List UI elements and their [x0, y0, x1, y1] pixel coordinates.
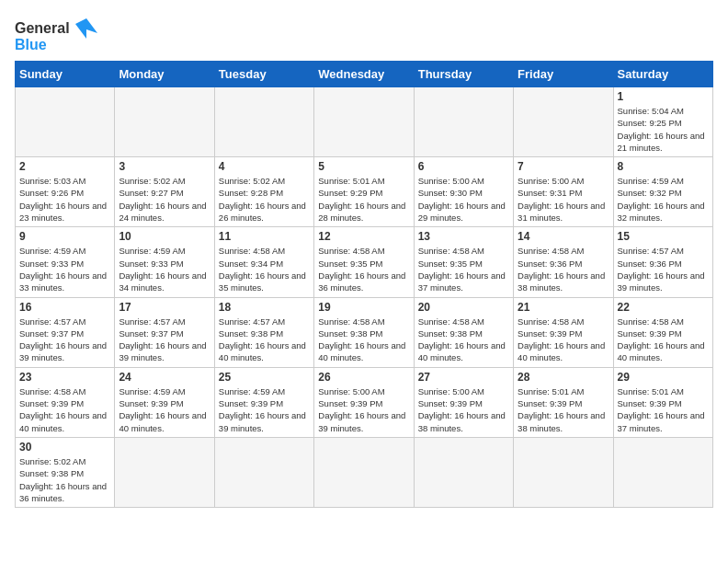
- day-info: Sunrise: 5:00 AMSunset: 9:39 PMDaylight:…: [318, 385, 409, 434]
- calendar-empty-cell: [613, 437, 712, 507]
- svg-marker-2: [75, 18, 97, 39]
- calendar-day-21: 21Sunrise: 4:58 AMSunset: 9:39 PMDayligh…: [514, 297, 613, 367]
- day-info: Sunrise: 5:01 AMSunset: 9:39 PMDaylight:…: [518, 385, 609, 434]
- day-info: Sunrise: 5:02 AMSunset: 9:38 PMDaylight:…: [19, 455, 110, 504]
- calendar-day-2: 2Sunrise: 5:03 AMSunset: 9:26 PMDaylight…: [16, 157, 115, 227]
- calendar-day-3: 3Sunrise: 5:02 AMSunset: 9:27 PMDaylight…: [115, 157, 214, 227]
- calendar-empty-cell: [414, 87, 513, 157]
- day-number: 21: [518, 301, 609, 314]
- calendar-day-27: 27Sunrise: 5:00 AMSunset: 9:39 PMDayligh…: [414, 367, 513, 437]
- day-number: 10: [119, 230, 210, 243]
- day-info: Sunrise: 4:58 AMSunset: 9:39 PMDaylight:…: [618, 316, 709, 364]
- generalblue-logo-icon: General Blue: [15, 15, 97, 53]
- calendar-day-6: 6Sunrise: 5:00 AMSunset: 9:30 PMDaylight…: [414, 157, 513, 227]
- calendar-day-22: 22Sunrise: 4:58 AMSunset: 9:39 PMDayligh…: [613, 297, 712, 367]
- calendar-day-25: 25Sunrise: 4:59 AMSunset: 9:39 PMDayligh…: [214, 367, 313, 437]
- calendar-day-7: 7Sunrise: 5:00 AMSunset: 9:31 PMDaylight…: [514, 157, 613, 227]
- calendar-empty-cell: [314, 87, 414, 157]
- day-number: 17: [119, 301, 210, 314]
- calendar-week-row: 23Sunrise: 4:58 AMSunset: 9:39 PMDayligh…: [16, 367, 713, 437]
- calendar-day-30: 30Sunrise: 5:02 AMSunset: 9:38 PMDayligh…: [16, 437, 115, 507]
- day-info: Sunrise: 4:59 AMSunset: 9:33 PMDaylight:…: [19, 245, 110, 293]
- day-info: Sunrise: 4:58 AMSunset: 9:39 PMDaylight:…: [19, 385, 110, 434]
- day-of-week-friday: Friday: [514, 62, 613, 87]
- calendar-empty-cell: [514, 437, 613, 507]
- calendar-week-row: 2Sunrise: 5:03 AMSunset: 9:26 PMDaylight…: [16, 157, 713, 227]
- calendar-day-9: 9Sunrise: 4:59 AMSunset: 9:33 PMDaylight…: [16, 227, 115, 297]
- day-number: 6: [418, 160, 509, 173]
- day-info: Sunrise: 5:04 AMSunset: 9:25 PMDaylight:…: [618, 105, 709, 154]
- day-info: Sunrise: 5:02 AMSunset: 9:27 PMDaylight:…: [119, 175, 210, 224]
- day-info: Sunrise: 4:58 AMSunset: 9:38 PMDaylight:…: [318, 316, 409, 364]
- calendar-day-13: 13Sunrise: 4:58 AMSunset: 9:35 PMDayligh…: [414, 227, 513, 297]
- day-info: Sunrise: 5:01 AMSunset: 9:39 PMDaylight:…: [618, 385, 709, 434]
- calendar-week-row: 16Sunrise: 4:57 AMSunset: 9:37 PMDayligh…: [16, 297, 713, 367]
- day-number: 2: [19, 160, 110, 173]
- calendar-day-24: 24Sunrise: 4:59 AMSunset: 9:39 PMDayligh…: [115, 367, 214, 437]
- day-of-week-wednesday: Wednesday: [314, 62, 414, 87]
- calendar-day-4: 4Sunrise: 5:02 AMSunset: 9:28 PMDaylight…: [214, 157, 313, 227]
- day-info: Sunrise: 5:03 AMSunset: 9:26 PMDaylight:…: [19, 175, 110, 224]
- day-number: 28: [518, 371, 609, 384]
- day-number: 9: [19, 230, 110, 243]
- calendar-week-row: 30Sunrise: 5:02 AMSunset: 9:38 PMDayligh…: [16, 437, 713, 507]
- day-number: 7: [518, 160, 609, 173]
- day-info: Sunrise: 4:58 AMSunset: 9:34 PMDaylight:…: [219, 245, 310, 293]
- calendar-header-row: SundayMondayTuesdayWednesdayThursdayFrid…: [16, 62, 713, 87]
- day-info: Sunrise: 4:57 AMSunset: 9:37 PMDaylight:…: [119, 316, 210, 364]
- calendar-day-17: 17Sunrise: 4:57 AMSunset: 9:37 PMDayligh…: [115, 297, 214, 367]
- day-of-week-tuesday: Tuesday: [214, 62, 313, 87]
- calendar-table: SundayMondayTuesdayWednesdayThursdayFrid…: [15, 61, 713, 508]
- day-number: 1: [618, 90, 709, 103]
- day-info: Sunrise: 4:59 AMSunset: 9:39 PMDaylight:…: [219, 385, 310, 434]
- logo: General Blue: [15, 15, 97, 53]
- calendar-week-row: 9Sunrise: 4:59 AMSunset: 9:33 PMDaylight…: [16, 227, 713, 297]
- day-info: Sunrise: 5:00 AMSunset: 9:39 PMDaylight:…: [418, 385, 509, 434]
- day-number: 27: [418, 371, 509, 384]
- day-number: 26: [318, 371, 409, 384]
- calendar-day-15: 15Sunrise: 4:57 AMSunset: 9:36 PMDayligh…: [613, 227, 712, 297]
- day-info: Sunrise: 4:59 AMSunset: 9:33 PMDaylight:…: [119, 245, 210, 293]
- day-info: Sunrise: 4:59 AMSunset: 9:32 PMDaylight:…: [618, 175, 709, 224]
- day-info: Sunrise: 4:58 AMSunset: 9:35 PMDaylight:…: [418, 245, 509, 293]
- day-info: Sunrise: 4:57 AMSunset: 9:38 PMDaylight:…: [219, 316, 310, 364]
- calendar-empty-cell: [514, 87, 613, 157]
- calendar-day-29: 29Sunrise: 5:01 AMSunset: 9:39 PMDayligh…: [613, 367, 712, 437]
- day-of-week-thursday: Thursday: [414, 62, 513, 87]
- calendar-day-10: 10Sunrise: 4:59 AMSunset: 9:33 PMDayligh…: [115, 227, 214, 297]
- calendar-day-16: 16Sunrise: 4:57 AMSunset: 9:37 PMDayligh…: [16, 297, 115, 367]
- day-info: Sunrise: 5:00 AMSunset: 9:31 PMDaylight:…: [518, 175, 609, 224]
- day-number: 29: [618, 371, 709, 384]
- day-number: 5: [318, 160, 409, 173]
- calendar-day-23: 23Sunrise: 4:58 AMSunset: 9:39 PMDayligh…: [16, 367, 115, 437]
- calendar-day-11: 11Sunrise: 4:58 AMSunset: 9:34 PMDayligh…: [214, 227, 313, 297]
- svg-text:Blue: Blue: [15, 37, 47, 52]
- calendar-empty-cell: [314, 437, 414, 507]
- day-number: 23: [19, 371, 110, 384]
- calendar-day-20: 20Sunrise: 4:58 AMSunset: 9:38 PMDayligh…: [414, 297, 513, 367]
- day-number: 3: [119, 160, 210, 173]
- day-of-week-sunday: Sunday: [16, 62, 115, 87]
- calendar-day-8: 8Sunrise: 4:59 AMSunset: 9:32 PMDaylight…: [613, 157, 712, 227]
- day-number: 15: [618, 230, 709, 243]
- day-number: 20: [418, 301, 509, 314]
- day-number: 13: [418, 230, 509, 243]
- header: General Blue: [15, 15, 713, 53]
- calendar-empty-cell: [414, 437, 513, 507]
- calendar-day-14: 14Sunrise: 4:58 AMSunset: 9:36 PMDayligh…: [514, 227, 613, 297]
- calendar-empty-cell: [115, 87, 214, 157]
- day-number: 18: [219, 301, 310, 314]
- day-number: 12: [318, 230, 409, 243]
- calendar-day-12: 12Sunrise: 4:58 AMSunset: 9:35 PMDayligh…: [314, 227, 414, 297]
- day-number: 8: [618, 160, 709, 173]
- calendar-day-1: 1Sunrise: 5:04 AMSunset: 9:25 PMDaylight…: [613, 87, 712, 157]
- day-number: 24: [119, 371, 210, 384]
- day-info: Sunrise: 4:57 AMSunset: 9:37 PMDaylight:…: [19, 316, 110, 364]
- day-info: Sunrise: 4:58 AMSunset: 9:38 PMDaylight:…: [418, 316, 509, 364]
- calendar-empty-cell: [16, 87, 115, 157]
- day-info: Sunrise: 4:58 AMSunset: 9:39 PMDaylight:…: [518, 316, 609, 364]
- calendar-empty-cell: [214, 87, 313, 157]
- calendar-day-18: 18Sunrise: 4:57 AMSunset: 9:38 PMDayligh…: [214, 297, 313, 367]
- day-number: 11: [219, 230, 310, 243]
- day-number: 22: [618, 301, 709, 314]
